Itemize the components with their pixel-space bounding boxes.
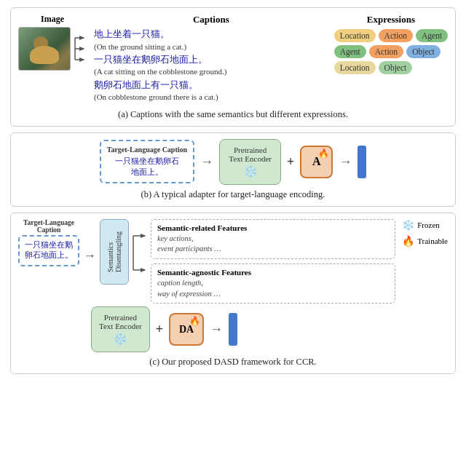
arrow-c-1: → (83, 248, 96, 263)
target-lang-chinese-b: 一只猫坐在鹅卵石地面上。 (107, 156, 187, 178)
caption-chinese-1: 地上坐着一只猫。 (94, 28, 186, 41)
expr-row-1: Location Action Agent (334, 29, 448, 42)
tag-location-2: Location (334, 61, 376, 74)
tag-object-1: Object (406, 45, 441, 58)
semantic-related-title: Semantic-related Features (157, 223, 389, 232)
caption-row-2: 一只猫坐在鹅卵石地面上。 (A cat sitting on the cobbl… (94, 54, 328, 78)
legend-trainable: 🔥 Trainable (402, 235, 448, 247)
section-c-caption: (c) Our proposed DASD framework for CCR. (18, 357, 448, 368)
cat-image (18, 27, 71, 71)
tag-action-1: Action (379, 29, 413, 42)
section-c: Target-LanguageCaption 一只猫坐在鹅卵石地面上。 → Se… (10, 213, 456, 375)
trainable-label: Trainable (417, 237, 448, 245)
tag-action-2: Action (369, 45, 403, 58)
captions-block: Captions 地上坐着一只猫。 (On the ground sitting… (94, 14, 328, 105)
arrow-b-1: → (200, 154, 213, 170)
expr-row-2: Agent Action Object (334, 45, 441, 58)
semantic-agnostic-box: Semantic-agnostic Features caption lengt… (151, 263, 395, 304)
target-lang-box-b: Target-Language Caption 一只猫坐在鹅卵石地面上。 (100, 140, 194, 183)
section-a-caption: (a) Captions with the same semantics but… (18, 109, 448, 120)
legend-frozen: ❄️ Frozen (402, 219, 440, 231)
image-block: Image (18, 14, 87, 71)
semantic-agnostic-text: caption length,way of expression … (157, 278, 389, 299)
caption-english-3: (On cobblestone ground there is a cat.) (94, 92, 218, 103)
section-b: Target-Language Caption 一只猫坐在鹅卵石地面上。 → P… (10, 132, 456, 207)
legend-block: ❄️ Frozen 🔥 Trainable (402, 219, 448, 247)
semantics-split-arrows (133, 219, 147, 288)
snowflake-icon-b: ❄️ (227, 164, 273, 178)
target-lang-label-c: Target-LanguageCaption (23, 219, 74, 234)
caption-row-1: 地上坐着一只猫。 (On the ground sitting a cat.) (94, 28, 328, 52)
tag-object-2: Object (379, 61, 413, 74)
frozen-label: Frozen (417, 221, 440, 229)
semantics-box: SemanticsDisentangling (100, 219, 129, 285)
caption-chinese-2: 一只猫坐在鹅卵石地面上。 (94, 54, 226, 67)
expressions-block: Expressions Location Action Agent Agent … (334, 14, 448, 77)
pretrained-text-b: PretrainedText Encoder (227, 146, 273, 163)
tag-location-1: Location (334, 29, 376, 42)
main-container: Image (0, 0, 466, 381)
arrow-b-2: → (339, 154, 352, 170)
features-block: Semantic-related Features key actions,ev… (151, 219, 395, 304)
tag-agent-2: Agent (334, 45, 366, 58)
section-b-caption: (b) A typical adapter for target-languag… (18, 189, 448, 200)
plus-b: + (287, 154, 294, 170)
section-a: Image (10, 7, 456, 127)
caption-row-3: 鹅卵石地面上有一只猫。 (On cobblestone ground there… (94, 79, 328, 103)
arrow-c-final: → (210, 322, 223, 337)
target-lang-box-c: 一只猫坐在鹅卵石地面上。 (18, 235, 79, 266)
fire-icon-da: 🔥 (189, 316, 200, 327)
target-lang-label-b: Target-Language Caption (107, 146, 187, 154)
pretrained-box-c: PretrainedText Encoder ❄️ (91, 306, 150, 352)
caption-english-1: (On the ground sitting a cat.) (94, 41, 186, 52)
fire-icon-c: 🔥 (402, 235, 414, 247)
image-to-captions-arrow (74, 31, 87, 67)
image-label: Image (41, 14, 64, 25)
pretrained-box-b: PretrainedText Encoder ❄️ (219, 139, 281, 185)
adapter-box-b: A 🔥 (300, 146, 333, 178)
fire-icon-b: 🔥 (318, 148, 329, 159)
tag-agent-1: Agent (416, 29, 448, 42)
output-bar-c (229, 313, 237, 346)
snowflake-icon-c: ❄️ (402, 219, 414, 231)
da-box: DA 🔥 (169, 313, 204, 346)
snowflake-icon-c2: ❄️ (99, 332, 142, 346)
target-lang-chinese-c: 一只猫坐在鹅卵石地面上。 (25, 240, 73, 261)
caption-chinese-3: 鹅卵石地面上有一只猫。 (94, 79, 218, 92)
captions-title: Captions (94, 14, 328, 25)
expressions-title: Expressions (334, 14, 448, 25)
semantic-related-box: Semantic-related Features key actions,ev… (151, 219, 395, 259)
semantic-related-text: key actions,event participants … (157, 234, 389, 255)
expr-row-3: Location Object (334, 61, 413, 74)
plus-c: + (156, 322, 163, 337)
semantic-agnostic-title: Semantic-agnostic Features (157, 268, 389, 277)
caption-english-2: (A cat sitting on the cobblestone ground… (94, 66, 226, 77)
pretrained-text-c: PretrainedText Encoder (99, 313, 142, 330)
output-bar-b (358, 146, 366, 178)
